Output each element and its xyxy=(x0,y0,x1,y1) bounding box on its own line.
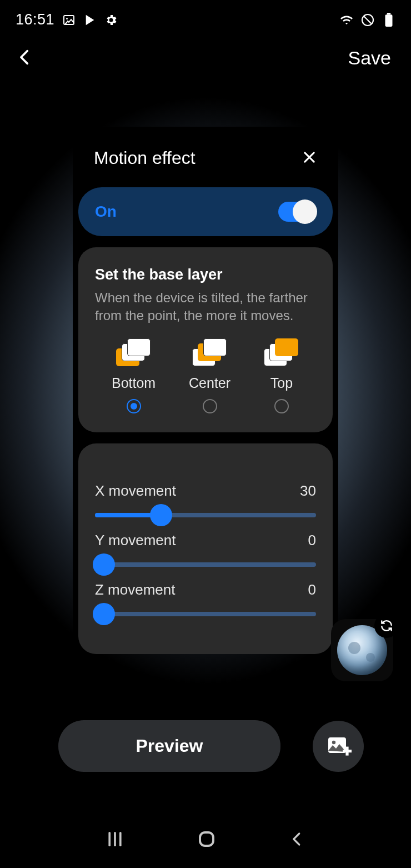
layer-top-icon xyxy=(264,338,299,367)
slider-x-value: 30 xyxy=(300,482,316,500)
svg-rect-5 xyxy=(387,13,391,14)
gear-icon xyxy=(104,13,118,27)
motion-effect-panel: Motion effect On Set the base layer When… xyxy=(73,127,338,654)
system-nav-bar xyxy=(0,818,411,862)
nav-home-button[interactable] xyxy=(197,829,217,851)
layer-bottom-icon xyxy=(116,338,152,367)
slider-z-value: 0 xyxy=(308,581,316,598)
save-button[interactable]: Save xyxy=(348,47,392,69)
preview-button[interactable]: Preview xyxy=(58,720,280,772)
slider-y-value: 0 xyxy=(308,532,316,549)
svg-rect-4 xyxy=(385,14,393,27)
nav-recent-button[interactable] xyxy=(106,831,124,849)
base-layer-card: Set the base layer When the device is ti… xyxy=(78,247,333,432)
layer-option-top[interactable]: Top xyxy=(264,338,299,413)
battery-icon xyxy=(382,13,395,27)
wifi-icon xyxy=(340,13,353,27)
movement-sliders-card: X movement 30 Y movement 0 Z movement 0 xyxy=(78,443,333,654)
motion-toggle-row[interactable]: On xyxy=(78,187,333,236)
slider-y[interactable] xyxy=(95,562,316,567)
back-button[interactable] xyxy=(16,48,34,69)
svg-point-1 xyxy=(66,18,68,19)
layer-option-bottom[interactable]: Bottom xyxy=(112,338,156,413)
radio-center[interactable] xyxy=(203,399,217,413)
refresh-icon xyxy=(379,618,394,633)
nav-back-button[interactable] xyxy=(289,831,305,850)
bottom-action-row: Preview xyxy=(0,720,411,772)
slider-x[interactable] xyxy=(95,513,316,517)
svg-point-7 xyxy=(332,740,335,744)
radio-bottom[interactable] xyxy=(127,399,141,413)
panel-title: Motion effect xyxy=(94,148,196,168)
slider-y-label: Y movement xyxy=(95,532,176,549)
image-icon xyxy=(62,13,76,27)
svg-line-3 xyxy=(364,16,372,24)
status-bar: 16:51 xyxy=(0,0,411,34)
switch-knob xyxy=(293,199,317,224)
layer-option-center[interactable]: Center xyxy=(189,338,230,413)
close-button[interactable] xyxy=(302,149,317,167)
wallpaper-thumbnail[interactable] xyxy=(331,619,393,681)
slider-z-label: Z movement xyxy=(95,581,176,598)
slider-x-label: X movement xyxy=(95,482,176,500)
do-not-disturb-icon xyxy=(361,13,374,27)
toggle-label: On xyxy=(95,203,117,221)
slider-z[interactable] xyxy=(95,612,316,616)
add-image-icon xyxy=(325,733,352,760)
base-layer-title: Set the base layer xyxy=(95,266,316,283)
slider-z-block: Z movement 0 xyxy=(95,581,316,616)
svg-rect-9 xyxy=(345,746,348,755)
play-store-icon xyxy=(83,13,97,27)
refresh-badge[interactable] xyxy=(374,613,399,638)
layer-option-label: Center xyxy=(189,375,230,391)
slider-x-block: X movement 30 xyxy=(95,482,316,517)
layer-option-label: Top xyxy=(270,375,293,391)
motion-toggle-switch[interactable] xyxy=(278,202,316,222)
layer-options: Bottom Center Top xyxy=(95,338,316,413)
slider-y-block: Y movement 0 xyxy=(95,532,316,567)
layer-option-label: Bottom xyxy=(112,375,156,391)
base-layer-description: When the device is tilted, the farther f… xyxy=(95,289,316,325)
radio-top[interactable] xyxy=(274,399,289,413)
layer-center-icon xyxy=(192,338,228,367)
svg-rect-13 xyxy=(200,832,213,846)
status-clock: 16:51 xyxy=(16,11,54,28)
add-image-button[interactable] xyxy=(313,721,364,772)
app-top-bar: Save xyxy=(0,34,411,82)
